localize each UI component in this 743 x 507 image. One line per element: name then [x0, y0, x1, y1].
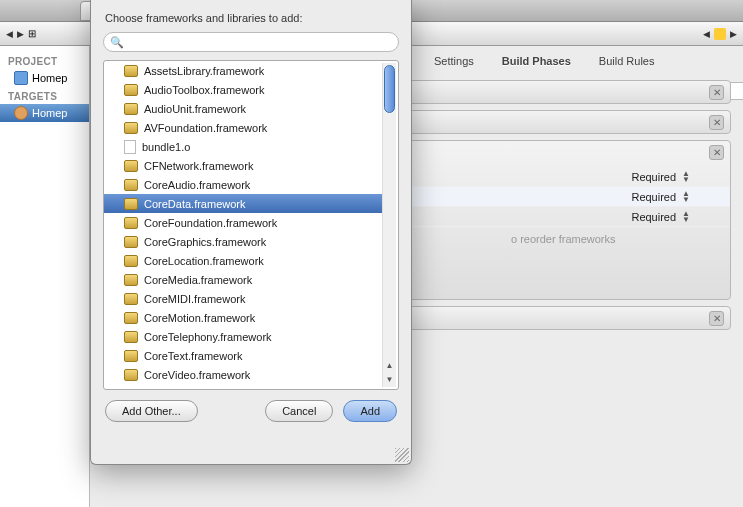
project-label: Homep [32, 72, 67, 84]
build-phase-row[interactable]: ✕ [390, 306, 731, 330]
framework-item[interactable]: CoreMedia.framework [104, 270, 382, 289]
close-icon[interactable]: ✕ [709, 311, 724, 326]
scroll-down-icon[interactable]: ▼ [382, 373, 396, 387]
toolbox-icon [124, 160, 138, 172]
framework-name: CoreLocation.framework [144, 255, 264, 267]
toolbox-icon [124, 331, 138, 343]
framework-name: CoreMotion.framework [144, 312, 255, 324]
framework-name: CoreMedia.framework [144, 274, 252, 286]
status-label: Required [631, 211, 676, 223]
framework-name: AudioUnit.framework [144, 103, 246, 115]
toolbox-icon [124, 255, 138, 267]
grid-icon[interactable]: ⊞ [28, 28, 36, 39]
project-icon [14, 71, 28, 85]
framework-item[interactable]: AudioUnit.framework [104, 99, 382, 118]
toolbox-icon [124, 350, 138, 362]
toolbox-icon [124, 293, 138, 305]
framework-item[interactable]: CoreFoundation.framework [104, 213, 382, 232]
nav-back-icon[interactable]: ◀ [6, 29, 13, 39]
framework-item[interactable]: CFNetwork.framework [104, 156, 382, 175]
linked-library-row[interactable]: Required▲▼ [391, 207, 730, 227]
targets-heading: TARGETS [0, 87, 89, 104]
framework-name: AssetsLibrary.framework [144, 65, 264, 77]
framework-item[interactable]: CoreData.framework [104, 194, 382, 213]
project-heading: PROJECT [0, 52, 89, 69]
add-other-button[interactable]: Add Other... [105, 400, 198, 422]
link-binary-phase[interactable]: Required▲▼Required▲▼Required▲▼ o reorder… [390, 140, 731, 300]
tab-build-rules[interactable]: Build Rules [585, 51, 669, 71]
build-phase-row[interactable]: ✕ [390, 80, 731, 104]
toolbox-icon [124, 84, 138, 96]
search-input[interactable] [124, 36, 392, 48]
search-icon: 🔍 [110, 36, 124, 49]
cancel-button[interactable]: Cancel [265, 400, 333, 422]
scroll-up-icon[interactable]: ▲ [382, 359, 396, 373]
build-phase-row[interactable]: ✕ [390, 110, 731, 134]
nav-fwd2-icon[interactable]: ▶ [730, 29, 737, 39]
add-button[interactable]: Add [343, 400, 397, 422]
framework-item[interactable]: CoreAudio.framework [104, 175, 382, 194]
sheet-title: Choose frameworks and libraries to add: [91, 0, 411, 32]
framework-item[interactable]: CoreVideo.framework [104, 365, 382, 384]
status-label: Required [631, 191, 676, 203]
scroll-thumb[interactable] [384, 65, 395, 113]
toolbox-icon [124, 274, 138, 286]
toolbox-icon [124, 103, 138, 115]
framework-name: CFNetwork.framework [144, 160, 253, 172]
stepper-icon[interactable]: ▲▼ [682, 211, 690, 223]
framework-item[interactable]: CoreText.framework [104, 346, 382, 365]
status-label: Required [631, 171, 676, 183]
toolbox-icon [124, 312, 138, 324]
sidebar-target-item[interactable]: Homep [0, 104, 89, 122]
framework-item[interactable]: CoreMotion.framework [104, 308, 382, 327]
tab-build-phases[interactable]: Build Phases [488, 51, 585, 71]
stepper-icon[interactable]: ▲▼ [682, 191, 690, 203]
sidebar-project-item[interactable]: Homep [0, 69, 89, 87]
framework-name: AudioToolbox.framework [144, 84, 264, 96]
framework-name: bundle1.o [142, 141, 190, 153]
framework-item[interactable]: AssetsLibrary.framework [104, 61, 382, 80]
framework-item[interactable]: CoreMIDI.framework [104, 289, 382, 308]
framework-item[interactable]: CoreGraphics.framework [104, 232, 382, 251]
linked-library-row[interactable]: Required▲▼ [391, 187, 730, 207]
scrollbar[interactable] [382, 63, 396, 373]
framework-name: AVFoundation.framework [144, 122, 267, 134]
framework-name: CoreGraphics.framework [144, 236, 266, 248]
file-icon [124, 140, 136, 154]
toolbox-icon [124, 369, 138, 381]
toolbox-icon [124, 65, 138, 77]
add-framework-sheet: Choose frameworks and libraries to add: … [90, 0, 412, 465]
project-sidebar: PROJECT Homep TARGETS Homep [0, 46, 90, 507]
framework-item[interactable]: bundle1.o [104, 137, 382, 156]
framework-name: CoreVideo.framework [144, 369, 250, 381]
tab-settings[interactable]: Settings [420, 51, 488, 71]
framework-name: CoreData.framework [144, 198, 245, 210]
reorder-hint: o reorder frameworks [391, 227, 730, 251]
framework-item[interactable]: CoreLocation.framework [104, 251, 382, 270]
warning-icon[interactable] [714, 28, 726, 40]
toolbox-icon [124, 217, 138, 229]
framework-item[interactable]: CoreTelephony.framework [104, 327, 382, 346]
close-icon[interactable]: ✕ [709, 115, 724, 130]
framework-item[interactable]: AVFoundation.framework [104, 118, 382, 137]
toolbox-icon [124, 179, 138, 191]
framework-name: CoreText.framework [144, 350, 242, 362]
toolbox-icon [124, 236, 138, 248]
framework-list[interactable]: AssetsLibrary.frameworkAudioToolbox.fram… [103, 60, 399, 390]
app-icon [14, 106, 28, 120]
nav-fwd-icon[interactable]: ▶ [17, 29, 24, 39]
framework-item[interactable]: AudioToolbox.framework [104, 80, 382, 99]
sheet-search-field[interactable]: 🔍 [103, 32, 399, 52]
framework-name: CoreFoundation.framework [144, 217, 277, 229]
nav-back2-icon[interactable]: ◀ [703, 29, 710, 39]
linked-library-row[interactable]: Required▲▼ [391, 167, 730, 187]
stepper-icon[interactable]: ▲▼ [682, 171, 690, 183]
close-icon[interactable]: ✕ [709, 85, 724, 100]
framework-name: CoreMIDI.framework [144, 293, 245, 305]
target-label: Homep [32, 107, 67, 119]
framework-name: CoreTelephony.framework [144, 331, 272, 343]
resize-grip-icon[interactable] [395, 448, 409, 462]
toolbox-icon [124, 198, 138, 210]
close-icon[interactable]: ✕ [709, 145, 724, 160]
toolbox-icon [124, 122, 138, 134]
